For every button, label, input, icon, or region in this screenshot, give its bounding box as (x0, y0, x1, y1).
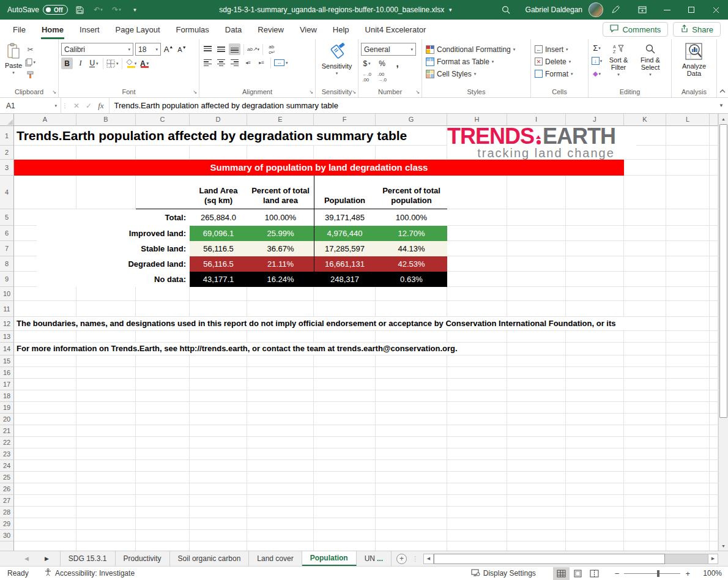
zoom-level[interactable]: 100% (696, 569, 722, 578)
sheet-tab-overflow[interactable]: UN... (357, 551, 392, 566)
hscroll-right-arrow[interactable]: ▶ (708, 554, 718, 564)
note-row-12[interactable]: The boundaries, names, and designations … (17, 317, 636, 330)
confirm-entry-icon[interactable]: ✓ (86, 102, 92, 110)
ink-editor-icon[interactable] (609, 4, 622, 16)
window-maximize-button[interactable] (679, 0, 704, 20)
cell-e7[interactable]: 36.67% (247, 241, 314, 256)
col-header-D[interactable]: D (190, 114, 247, 126)
table-header-g[interactable]: Percent of total population (376, 176, 447, 209)
menu-tab-home[interactable]: Home (34, 20, 72, 39)
fill-color-button[interactable]: ▾ (125, 58, 137, 69)
row-header-4[interactable]: 4 (0, 176, 14, 209)
increase-decimal-button[interactable]: ←.0.00 (361, 71, 373, 83)
row-header-15[interactable]: 15 (0, 355, 14, 367)
zoom-in-button[interactable]: + (685, 569, 690, 578)
row-header-19[interactable]: 19 (0, 402, 14, 414)
table-header-e[interactable]: Percent of total land area (247, 176, 314, 209)
formula-bar-expand-chevron[interactable]: ▼ (715, 98, 728, 113)
window-close-button[interactable] (704, 0, 728, 20)
menu-tab-insert[interactable]: Insert (72, 20, 108, 39)
cell-d5[interactable]: 265,884.0 (190, 209, 247, 226)
wrap-text-button[interactable]: abc↵ (266, 43, 278, 55)
accessibility-checker[interactable]: Accessibility: Investigate (44, 568, 135, 578)
collapse-ribbon-chevron[interactable] (719, 86, 726, 95)
top-align-button[interactable] (202, 43, 214, 55)
normal-view-button[interactable] (553, 567, 570, 580)
cell-g6[interactable]: 12.70% (376, 226, 447, 241)
note-row-14[interactable]: For more information on Trends.Earth, se… (17, 343, 467, 355)
row-header-22[interactable]: 22 (0, 437, 14, 448)
menu-tab-file[interactable]: File (5, 20, 34, 39)
font-color-button[interactable]: A▾ (139, 58, 150, 69)
align-left-button[interactable] (202, 57, 214, 69)
avatar[interactable] (589, 2, 603, 17)
cell-f6[interactable]: 4,976,440 (314, 226, 376, 241)
menu-tab-unit4-excelerator[interactable]: Unit4 Excelerator (357, 20, 434, 39)
cell-g9[interactable]: 0.63% (376, 272, 447, 287)
italic-button[interactable]: I (75, 58, 86, 69)
format-cells-button[interactable]: Format▾ (533, 68, 585, 80)
hscroll-left-arrow[interactable]: ◀ (423, 554, 434, 564)
row-header-1[interactable]: 1 (0, 126, 14, 146)
row-header-2[interactable]: 2 (0, 146, 14, 160)
sensitivity-button[interactable]: Sensitivity ▾ (319, 41, 355, 86)
cut-button[interactable]: ✂ (24, 43, 36, 55)
row-header-10[interactable]: 10 (0, 287, 14, 301)
tab-scroll-left-icon[interactable]: ◀ (24, 556, 29, 562)
comments-button[interactable]: Comments (603, 22, 668, 37)
menu-tab-formulas[interactable]: Formulas (168, 20, 217, 39)
undo-icon[interactable]: ↶▾ (92, 4, 105, 16)
accounting-format-button[interactable]: $▾ (361, 58, 373, 69)
sheet-tab-productivity[interactable]: Productivity (116, 551, 170, 566)
copy-button[interactable]: ▾ (24, 56, 36, 68)
row-header-23[interactable]: 23 (0, 448, 14, 460)
cell-f8[interactable]: 16,661,131 (314, 256, 376, 272)
display-settings-button[interactable]: Display Settings (471, 569, 536, 578)
col-header-overflow[interactable] (710, 114, 718, 126)
table-row-label-8[interactable]: Degraded land: (37, 256, 190, 272)
zoom-slider-thumb[interactable] (657, 570, 659, 577)
middle-align-button[interactable] (215, 43, 227, 55)
redo-icon[interactable]: ↷▾ (111, 4, 123, 16)
row-header-9[interactable]: 9 (0, 272, 14, 287)
zoom-slider[interactable] (624, 573, 680, 574)
table-header-d[interactable]: Land Area (sq km) (190, 176, 247, 209)
sheet-tab-soil-organic-carbon[interactable]: Soil organic carbon (170, 551, 250, 566)
table-row-label-6[interactable]: Improved land: (37, 226, 190, 241)
bold-button[interactable]: B (61, 58, 73, 69)
sheet-tab-sdg-15-3-1[interactable]: SDG 15.3.1 (60, 551, 116, 566)
insert-cells-button[interactable]: ← Insert▾ (533, 43, 585, 55)
menu-tab-review[interactable]: Review (250, 20, 292, 39)
cell-d6[interactable]: 69,096.1 (190, 226, 247, 241)
row-header-29[interactable]: 29 (0, 518, 14, 530)
row-header-3[interactable]: 3 (0, 160, 14, 176)
decrease-decimal-button[interactable]: .00→.0 (376, 71, 388, 83)
row-header-25[interactable]: 25 (0, 472, 14, 483)
cell-styles-button[interactable]: Cell Styles▾ (425, 68, 528, 80)
insert-function-icon[interactable]: fx (98, 101, 103, 111)
tab-scroll-right-icon[interactable]: ▶ (45, 556, 49, 562)
row-header-6[interactable]: 6 (0, 226, 14, 241)
cancel-entry-icon[interactable]: ✕ (73, 102, 80, 110)
formula-bar-drag-handle[interactable]: ⋮ (61, 98, 69, 113)
page-break-preview-button[interactable] (586, 567, 603, 580)
number-dialog-launcher[interactable]: ↘ (415, 90, 420, 95)
autosum-button[interactable]: Σ▾ (591, 42, 603, 54)
row-header-5[interactable]: 5 (0, 209, 14, 226)
menu-tab-data[interactable]: Data (217, 20, 250, 39)
horizontal-scroll-thumb[interactable] (434, 554, 665, 564)
col-header-A[interactable]: A (14, 114, 76, 126)
cell-d9[interactable]: 43,177.1 (190, 272, 247, 287)
underline-button[interactable]: U▾ (88, 58, 100, 69)
cell-g7[interactable]: 44.13% (376, 241, 447, 256)
cell-e8[interactable]: 21.11% (247, 256, 314, 272)
menu-tab-page-layout[interactable]: Page Layout (108, 20, 168, 39)
col-header-K[interactable]: K (624, 114, 666, 126)
col-header-B[interactable]: B (76, 114, 136, 126)
new-sheet-button[interactable]: + (396, 554, 407, 564)
decrease-indent-button[interactable]: ◂≡ (242, 57, 254, 69)
row-header-17[interactable]: 17 (0, 379, 14, 390)
clear-button[interactable]: ◆▾ (591, 68, 603, 80)
format-painter-button[interactable] (24, 69, 36, 81)
table-row-label-9[interactable]: No data: (37, 272, 190, 287)
